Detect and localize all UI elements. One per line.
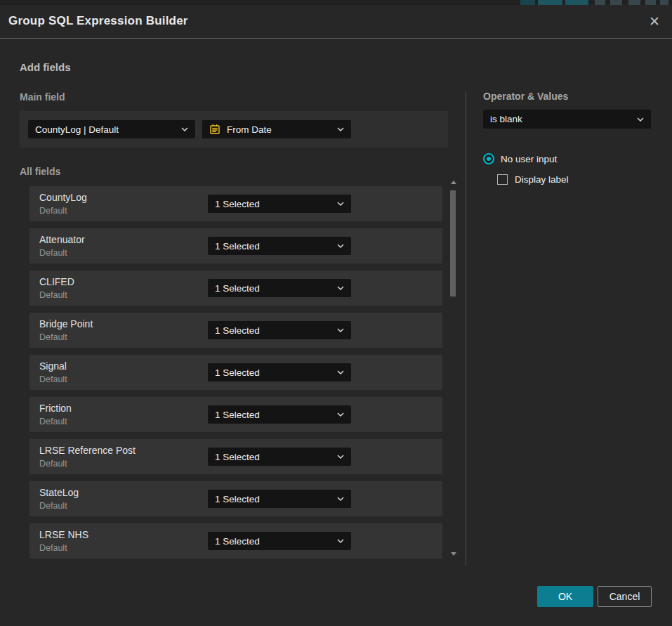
field-row: Friction Default 1 Selected (29, 397, 442, 432)
chevron-down-icon (337, 286, 344, 290)
field-row-selection-value: 1 Selected (215, 325, 260, 336)
no-user-input-label: No user input (501, 154, 557, 164)
field-row-selection-select[interactable]: 1 Selected (208, 490, 351, 508)
field-row-name: Friction (39, 403, 72, 414)
background-app-remnant (538, 0, 562, 5)
scrollbar-down-arrow-icon[interactable] (451, 552, 456, 556)
field-row: CLIFED Default 1 Selected (29, 270, 442, 306)
field-row: LRSE Reference Post Default 1 Selected (29, 439, 442, 474)
field-row: CountyLog Default 1 Selected (29, 186, 442, 221)
background-app-remnant (645, 0, 656, 5)
field-row-subtitle: Default (39, 417, 67, 426)
field-row-subtitle: Default (39, 332, 67, 342)
no-user-input-radio[interactable]: No user input (483, 153, 557, 164)
operator-select-value: is blank (490, 114, 522, 124)
background-app-remnant (660, 0, 668, 5)
chevron-down-icon (337, 127, 344, 131)
layer-select[interactable]: CountyLog | Default (28, 120, 195, 138)
group-sql-expression-builder-dialog: Group SQL Expression Builder ✕ Add field… (0, 0, 672, 626)
dialog-title: Group SQL Expression Builder (8, 14, 188, 28)
field-row-selection-select[interactable]: 1 Selected (208, 321, 351, 339)
field-row-name: Bridge Point (39, 318, 93, 330)
field-row-subtitle: Default (39, 206, 67, 216)
chevron-down-icon (637, 117, 644, 122)
field-row: StateLog Default 1 Selected (29, 481, 442, 516)
field-row-selection-value: 1 Selected (215, 410, 260, 420)
field-row-selection-select[interactable]: 1 Selected (208, 405, 351, 424)
scrollbar-up-arrow-icon[interactable] (451, 181, 456, 184)
chevron-down-icon (337, 455, 344, 459)
chevron-down-icon (337, 202, 344, 206)
field-row-selection-value: 1 Selected (215, 199, 260, 209)
chevron-down-icon (337, 370, 344, 374)
field-row-name: Signal (39, 360, 67, 372)
field-row-name: LRSE Reference Post (39, 445, 136, 456)
field-row-selection-value: 1 Selected (215, 536, 260, 547)
main-field-heading: Main field (20, 91, 65, 103)
field-row-subtitle: Default (39, 459, 67, 469)
cancel-button[interactable]: Cancel (598, 586, 652, 607)
background-app-remnant (520, 0, 535, 5)
background-app-strip (0, 0, 672, 5)
calendar-icon (209, 124, 220, 135)
field-row-subtitle: Default (39, 290, 67, 300)
background-app-remnant (565, 0, 588, 5)
field-row-selection-value: 1 Selected (215, 494, 260, 504)
field-row-subtitle: Default (39, 543, 67, 553)
field-row-subtitle: Default (39, 374, 67, 384)
chevron-down-icon (337, 539, 344, 543)
field-row-selection-select[interactable]: 1 Selected (208, 195, 351, 213)
radio-selected-icon (483, 153, 494, 164)
field-row-selection-select[interactable]: 1 Selected (208, 237, 351, 255)
chevron-down-icon (337, 244, 344, 248)
field-row: LRSE NHS Default 1 Selected (29, 523, 442, 559)
field-row: Signal Default 1 Selected (29, 355, 442, 390)
chevron-down-icon (337, 328, 344, 332)
field-select-value: From Date (227, 124, 272, 135)
field-row-selection-value: 1 Selected (215, 283, 260, 294)
operator-values-heading: Operator & Values (483, 91, 568, 102)
field-row-selection-select[interactable]: 1 Selected (208, 279, 351, 297)
field-row-name: LRSE NHS (39, 529, 88, 540)
display-label-checkbox[interactable]: Display label (497, 174, 569, 185)
background-app-remnant (595, 0, 605, 5)
field-row-name: StateLog (39, 487, 79, 498)
background-app-remnant (610, 0, 622, 5)
field-row-name: CLIFED (39, 276, 74, 287)
field-row: Bridge Point Default 1 Selected (29, 313, 442, 348)
field-row-selection-select[interactable]: 1 Selected (208, 532, 351, 550)
chevron-down-icon (337, 497, 344, 501)
field-row-subtitle: Default (39, 248, 67, 258)
all-fields-heading: All fields (20, 166, 60, 177)
all-fields-list: CountyLog Default 1 Selected Attenuator … (29, 186, 442, 566)
checkbox-unchecked-icon (497, 174, 508, 185)
panel-divider (466, 91, 466, 566)
field-row-selection-value: 1 Selected (215, 452, 260, 462)
field-row-name: CountyLog (39, 192, 87, 203)
display-label-label: Display label (515, 174, 569, 185)
dialog-titlebar: Group SQL Expression Builder ✕ (0, 5, 672, 39)
layer-select-value: CountyLog | Default (35, 124, 119, 135)
operator-select[interactable]: is blank (483, 110, 651, 129)
add-fields-heading: Add fields (20, 61, 71, 73)
main-field-box: CountyLog | Default From Date (20, 111, 448, 148)
field-select[interactable]: From Date (202, 120, 351, 138)
field-row-selection-select[interactable]: 1 Selected (208, 448, 351, 466)
field-row-name: Attenuator (39, 234, 85, 245)
scrollbar-thumb[interactable] (450, 190, 456, 296)
field-row-selection-select[interactable]: 1 Selected (208, 363, 351, 382)
field-row-subtitle: Default (39, 501, 67, 511)
chevron-down-icon (181, 127, 188, 131)
field-row-selection-value: 1 Selected (215, 367, 260, 378)
close-icon[interactable]: ✕ (646, 13, 663, 30)
chevron-down-icon (337, 412, 344, 417)
ok-button[interactable]: OK (537, 586, 593, 607)
background-app-remnant (628, 0, 640, 5)
field-row: Attenuator Default 1 Selected (29, 228, 442, 263)
field-row-selection-value: 1 Selected (215, 241, 260, 252)
